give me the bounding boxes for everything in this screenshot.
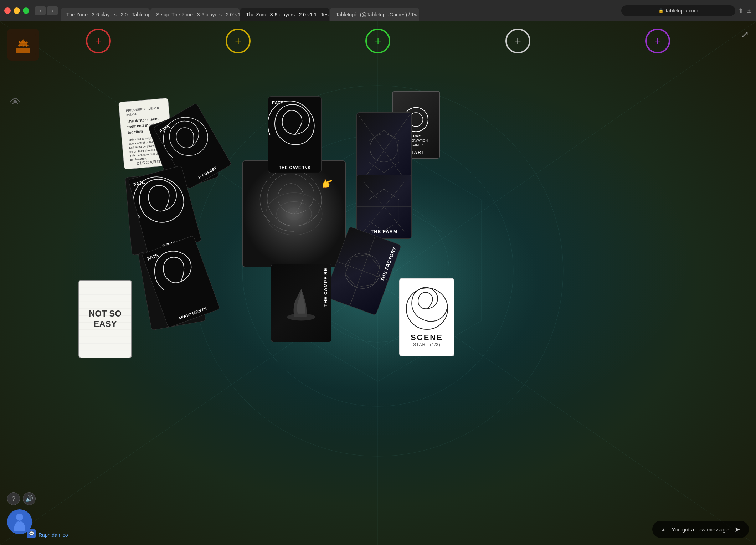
tab-3[interactable]: The Zone: 3-6 players · 2.0 v1.1 · Test … <box>240 8 329 21</box>
player-avatar[interactable]: 💬 <box>7 509 36 538</box>
help-button[interactable]: ? <box>7 492 20 505</box>
tabletopia-logo[interactable]: TABLE TOPIA <box>7 29 39 61</box>
player-slot-white[interactable]: + <box>505 29 530 53</box>
svg-rect-12 <box>16 48 30 53</box>
back-button[interactable]: ‹ <box>35 6 46 15</box>
player-slot-yellow[interactable]: + <box>226 29 251 53</box>
player-slots: + + + + + <box>0 29 756 53</box>
bottom-left-ui: ? 🔊 💬 Raph.damico <box>7 492 68 538</box>
fullscreen-button[interactable]: ⤢ <box>741 29 749 40</box>
player-slot-purple[interactable]: + <box>645 29 670 53</box>
add-red-player-icon: + <box>95 35 102 47</box>
nav-buttons: ‹ › <box>35 6 58 15</box>
add-purple-player-icon: + <box>654 35 661 47</box>
fate-caverns-fate-label: FATE <box>272 100 283 106</box>
address-bar[interactable]: 🔒 tabletopia.com <box>621 5 735 16</box>
tab-4[interactable]: Tabletopia (@TabletopiaGames) / Twitter <box>330 8 419 21</box>
maximize-button[interactable] <box>23 7 29 14</box>
minimize-button[interactable] <box>14 7 20 14</box>
message-bar[interactable]: ▲ You got a new message ➤ <box>652 521 749 538</box>
fate-caverns-card[interactable]: FATE THE CAVERNS <box>268 96 322 173</box>
forward-button[interactable]: › <box>47 6 58 15</box>
game-area: TABLE TOPIA 👁 + + + + + ⤢ PRI <box>0 21 756 545</box>
player-slot-green[interactable]: + <box>365 29 390 53</box>
message-text: You got a new message <box>672 526 729 533</box>
add-yellow-player-icon: + <box>235 35 242 47</box>
tab-2[interactable]: Setup 'The Zone · 3-6 players · 2.0' v1.… <box>150 8 240 21</box>
scene-sublabel: START (1/3) <box>413 342 441 347</box>
fate-caverns-label: THE CAVERNS <box>268 165 321 170</box>
svg-line-42 <box>350 236 375 305</box>
sound-button[interactable]: 🔊 <box>23 492 36 505</box>
player-name-label: Raph.damico <box>38 532 68 538</box>
svg-point-57 <box>16 514 23 521</box>
not-so-easy-card[interactable]: NOT SO EASY <box>78 280 132 358</box>
eye-icon[interactable]: 👁 <box>10 96 21 108</box>
tab-bar: The Zone · 3-6 players · 2.0 · Tabletopi… <box>61 0 618 21</box>
traffic-lights <box>4 7 29 14</box>
close-button[interactable] <box>4 7 11 14</box>
campfire-card[interactable]: THE CAMPFIRE <box>271 264 331 342</box>
add-green-player-icon: + <box>375 35 381 47</box>
add-white-player-icon: + <box>514 35 521 47</box>
scene-label: SCENE <box>411 333 443 342</box>
player-slot-red[interactable]: + <box>86 29 111 53</box>
campfire-name: THE CAMPFIRE <box>323 268 328 307</box>
scene-card[interactable]: SCENE START (1/3) <box>399 278 454 356</box>
svg-point-33 <box>285 207 303 220</box>
svg-text:ZONE: ZONE <box>411 134 421 138</box>
share-icon[interactable]: ⬆ <box>738 7 744 15</box>
new-tab-icon[interactable]: ⊞ <box>746 7 752 15</box>
avatar-badge: 💬 <box>27 529 36 538</box>
browser-chrome: ‹ › The Zone · 3-6 players · 2.0 · Table… <box>0 0 756 21</box>
lock-icon: 🔒 <box>658 8 664 13</box>
send-icon[interactable]: ➤ <box>734 525 740 534</box>
tab-1[interactable]: The Zone · 3-6 players · 2.0 · Tabletopi… <box>61 8 150 21</box>
farm-card[interactable]: THE FARM <box>356 175 412 239</box>
browser-actions: ⬆ ⊞ <box>738 7 752 15</box>
